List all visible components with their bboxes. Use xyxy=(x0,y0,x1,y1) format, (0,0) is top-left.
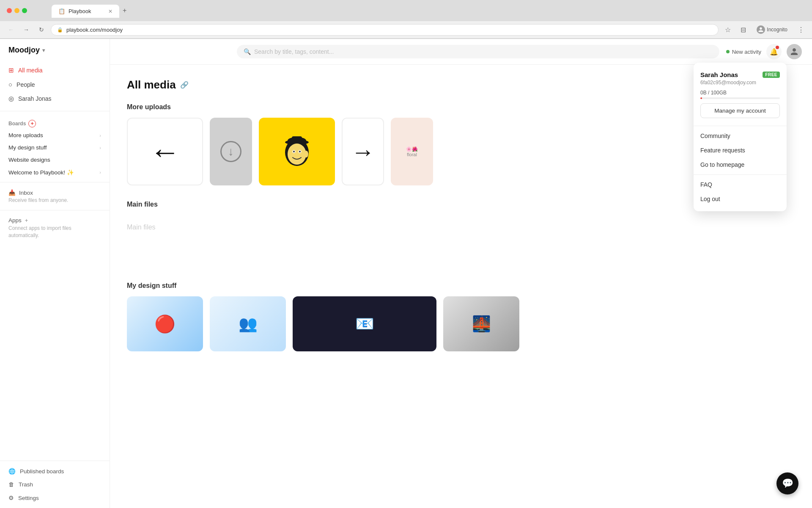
add-app-button[interactable]: + xyxy=(25,217,28,224)
browser-nav: ← → ↻ 🔒 playbook.com/moodjoy ☆ ⊟ Incogni… xyxy=(0,21,812,39)
dropdown-email: 6fa02c95@moodjoy.com xyxy=(700,80,780,86)
lock-icon: 🔒 xyxy=(57,27,63,33)
new-activity-label: New activity xyxy=(732,49,761,55)
manage-account-button[interactable]: Manage my account xyxy=(700,103,780,118)
split-view-button[interactable]: ⊟ xyxy=(737,24,749,36)
board-label: My design stuff xyxy=(8,144,47,151)
notification-button[interactable]: 🔔 xyxy=(766,44,782,59)
sidebar-item-sarah-jonas[interactable]: ◎ Sarah Jonas xyxy=(0,91,110,106)
sidebar-board-welcome[interactable]: Welcome to Playbook! ✨ › xyxy=(0,166,110,179)
svg-point-9 xyxy=(304,151,308,157)
sidebar: Moodjoy ▾ ⊞ All media ○ People ◎ Sarah J… xyxy=(0,39,110,508)
dropdown-user-row: Sarah Jonas FREE xyxy=(700,71,780,78)
sidebar-board-more-uploads[interactable]: More uploads › xyxy=(0,129,110,141)
menu-button[interactable]: ⋮ xyxy=(795,24,807,36)
storage-fill xyxy=(700,97,702,99)
search-placeholder: Search by title, tags, content... xyxy=(254,48,334,55)
link-icon[interactable]: 🔗 xyxy=(180,81,189,89)
storage-bar xyxy=(700,97,780,99)
sidebar-item-settings[interactable]: ⚙ Settings xyxy=(0,491,110,505)
incognito-badge: Incognito xyxy=(752,24,792,35)
media-card[interactable]: → xyxy=(342,118,384,185)
grid-icon: ⊞ xyxy=(8,66,14,74)
tab-title: Playbook xyxy=(69,8,91,14)
close-window-button[interactable] xyxy=(7,8,12,13)
people-label: People xyxy=(16,81,35,88)
dropdown-divider xyxy=(694,126,787,126)
page-title: All media xyxy=(127,78,176,91)
design-grid: 🔴 👥 📧 🌉 xyxy=(127,296,795,351)
board-section-empty-title: Main files xyxy=(127,224,795,231)
incognito-avatar xyxy=(757,25,765,34)
chevron-right-icon: › xyxy=(99,133,101,138)
back-button[interactable]: ← xyxy=(5,24,17,36)
apps-sublabel: Connect apps to import files automatical… xyxy=(8,225,101,239)
settings-icon: ⚙ xyxy=(8,494,14,501)
dropdown-feature-requests-item[interactable]: Feature requests xyxy=(694,143,787,157)
browser-tab[interactable]: 📋 Playbook ✕ xyxy=(52,5,119,18)
design-card[interactable]: 👥 xyxy=(210,296,286,351)
trash-icon: 🗑 xyxy=(8,481,14,488)
chevron-right-icon: › xyxy=(99,145,101,150)
minimize-window-button[interactable] xyxy=(14,8,19,13)
avatar-button[interactable] xyxy=(787,44,802,59)
sidebar-item-all-media[interactable]: ⊞ All media xyxy=(0,63,110,77)
media-card[interactable]: ← xyxy=(127,118,203,185)
inbox-sublabel: Receive files from anyone. xyxy=(8,197,101,203)
media-card[interactable]: 🌸🌺floral xyxy=(391,118,433,185)
divider xyxy=(0,111,110,111)
chat-button[interactable]: 💬 xyxy=(776,472,798,494)
search-bar[interactable]: 🔍 Search by title, tags, content... xyxy=(237,45,719,58)
refresh-button[interactable]: ↻ xyxy=(36,24,47,36)
media-card[interactable]: ↓ xyxy=(210,118,252,185)
board-label: Website designs xyxy=(8,157,50,163)
media-card[interactable] xyxy=(259,118,335,185)
tab-close-button[interactable]: ✕ xyxy=(108,8,112,14)
dropdown-username: Sarah Jonas xyxy=(700,71,738,78)
dropdown-go-to-homepage-item[interactable]: Go to homepage xyxy=(694,157,787,172)
dropdown-community-item[interactable]: Community xyxy=(694,129,787,143)
board-label: More uploads xyxy=(8,132,43,138)
design-card[interactable]: 🌉 xyxy=(443,296,519,351)
app-header: 🔍 Search by title, tags, content... New … xyxy=(110,39,812,65)
sidebar-board-website-designs[interactable]: Website designs xyxy=(0,154,110,166)
sidebar-item-trash[interactable]: 🗑 Trash xyxy=(0,478,110,491)
svg-point-7 xyxy=(293,151,295,152)
apps-label: Apps + xyxy=(8,217,101,224)
workspace-chevron-icon: ▾ xyxy=(42,47,45,53)
chat-icon: 💬 xyxy=(782,478,793,489)
dropdown-logout-item[interactable]: Log out xyxy=(694,192,787,206)
board-section-main-files-empty: Main files xyxy=(127,224,795,231)
all-media-label: All media xyxy=(18,67,43,74)
fullscreen-window-button[interactable] xyxy=(22,8,27,13)
design-card[interactable]: 🔴 xyxy=(127,296,203,351)
forward-button[interactable]: → xyxy=(20,24,32,36)
board-section-my-design-stuff: My design stuff 🔴 👥 📧 xyxy=(127,282,795,351)
new-tab-button[interactable]: + xyxy=(119,3,130,18)
boards-section-label: Boards + xyxy=(0,115,110,129)
inbox-label[interactable]: 📥 Inbox xyxy=(8,189,101,196)
dropdown-faq-item[interactable]: FAQ xyxy=(694,177,787,192)
workspace-header[interactable]: Moodjoy ▾ xyxy=(0,39,110,61)
bookmark-button[interactable]: ☆ xyxy=(722,24,734,36)
traffic-lights xyxy=(7,8,27,13)
add-board-button[interactable]: + xyxy=(28,120,36,127)
svg-point-8 xyxy=(299,151,301,152)
incognito-label: Incognito xyxy=(767,27,787,33)
board-section-title: My design stuff xyxy=(127,282,795,290)
inbox-section: 📥 Inbox Receive files from anyone. xyxy=(0,186,110,207)
address-bar[interactable]: 🔒 playbook.com/moodjoy xyxy=(51,24,719,36)
board-label: Welcome to Playbook! ✨ xyxy=(8,169,74,176)
sidebar-board-my-design-stuff[interactable]: My design stuff › xyxy=(0,141,110,154)
sidebar-item-published-boards[interactable]: 🌐 Published boards xyxy=(0,464,110,478)
chevron-right-icon: › xyxy=(99,170,101,175)
new-activity-button[interactable]: New activity xyxy=(726,49,761,55)
workspace-name: Moodjoy xyxy=(8,46,40,55)
svg-point-4 xyxy=(288,144,306,165)
dropdown-divider xyxy=(694,174,787,175)
browser-actions: ☆ ⊟ Incognito ⋮ xyxy=(722,24,807,36)
sidebar-item-people[interactable]: ○ People xyxy=(0,77,110,91)
design-card[interactable]: 📧 xyxy=(293,296,436,351)
storage-label: 0B / 100GB xyxy=(700,90,780,96)
search-icon: 🔍 xyxy=(244,48,251,55)
